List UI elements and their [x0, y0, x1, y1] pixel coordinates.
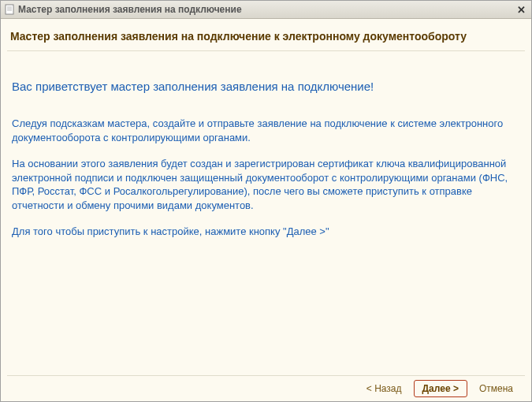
document-icon — [4, 4, 15, 15]
back-button[interactable]: < Назад — [359, 380, 409, 397]
svg-rect-0 — [6, 5, 13, 14]
cancel-button[interactable]: Отмена — [472, 380, 520, 397]
page-heading: Мастер заполнения заявления на подключен… — [7, 25, 525, 51]
paragraph-3: Для того чтобы приступить к настройке, н… — [12, 225, 508, 239]
content-area: Мастер заполнения заявления на подключен… — [1, 19, 531, 401]
paragraph-2: На основании этого заявления будет созда… — [12, 157, 508, 212]
next-button[interactable]: Далее > — [414, 380, 467, 397]
paragraph-1: Следуя подсказкам мастера, создайте и от… — [12, 117, 508, 144]
wizard-window: Мастер заполнения заявления на подключен… — [0, 0, 532, 402]
body-area: Вас приветствует мастер заполнения заявл… — [7, 56, 525, 375]
welcome-text: Вас приветствует мастер заполнения заявл… — [12, 80, 520, 93]
title-bar: Мастер заполнения заявления на подключен… — [1, 1, 531, 19]
window-title: Мастер заполнения заявления на подключен… — [18, 4, 514, 15]
close-icon[interactable]: ✕ — [514, 4, 528, 16]
footer-bar: < Назад Далее > Отмена — [7, 375, 525, 401]
